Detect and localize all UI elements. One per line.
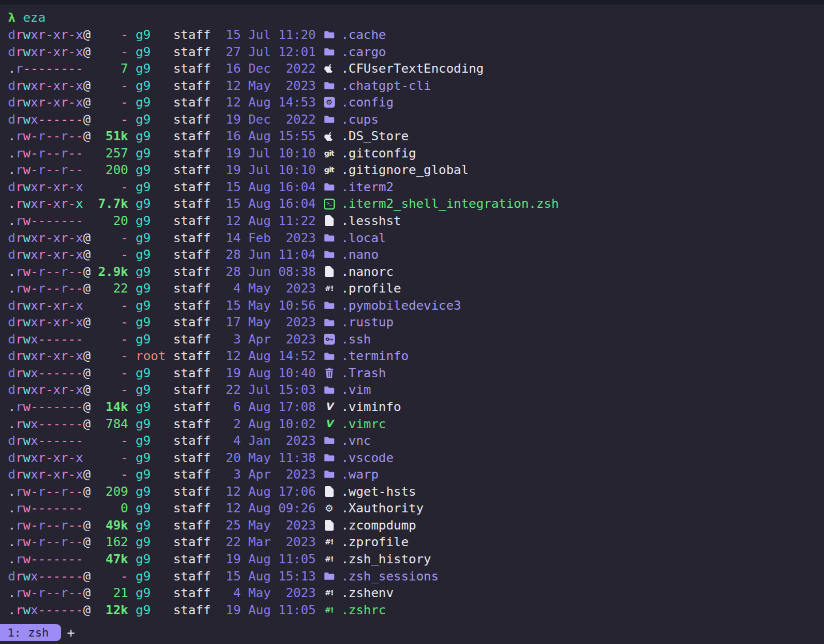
file-row: .r-------- 7g9staff16 Dec 2022.CFUserTex… [8, 60, 824, 77]
terminal-output: λ eza drwxr-xr-x@-g9staff15 Jul 11:20.ca… [0, 5, 824, 618]
plus-icon: + [67, 625, 75, 640]
file-owner: g9 [136, 416, 173, 433]
file-date: 28 Jun 11:04 [211, 246, 316, 263]
file-row: .rw------- 20g9staff12 Aug 11:22.lesshst [8, 212, 824, 230]
file-name: .gitignore_global [341, 161, 469, 179]
file-date: 3 Apr 2023 [211, 466, 316, 483]
file-size: - [90, 314, 128, 331]
permissions: .rw-r--r--@ [8, 517, 90, 534]
folder-icon [322, 179, 336, 196]
config-folder-icon: ⚙ [322, 94, 336, 111]
tab-zsh[interactable]: 1: zsh [0, 624, 61, 641]
window-top-edge [0, 0, 824, 5]
file-group: staff [173, 161, 211, 179]
file-group: staff [173, 568, 211, 585]
file-row: drwx------ -g9staff 4 Jan 2023.vnc [8, 432, 824, 449]
file-name: .vscode [341, 449, 394, 467]
file-name: .chatgpt-cli [341, 77, 431, 94]
file-row: .rw------- 47kg9staff19 Aug 11:05#!.zsh_… [8, 551, 824, 568]
file-group: staff [173, 534, 211, 551]
file-date: 12 Aug 09:26 [211, 500, 316, 517]
folder-icon [322, 297, 336, 314]
file-owner: g9 [136, 246, 173, 263]
folder-icon [322, 449, 336, 467]
file-size: 14k [90, 398, 128, 416]
file-name: .Xauthority [341, 500, 423, 517]
file-owner: g9 [136, 381, 173, 398]
permissions: drwxr-xr-x@ [8, 314, 90, 331]
folder-icon [322, 314, 336, 331]
file-owner: g9 [136, 26, 173, 44]
permissions: .rw------- [8, 551, 90, 568]
file-date: 19 Jul 10:10 [211, 145, 316, 162]
file-size: 51k [90, 128, 128, 145]
gear-icon: ⚙ [322, 500, 336, 517]
file-date: 15 Aug 15:13 [211, 568, 316, 585]
file-row: drwxr-xr-x@-g9staff12 Aug 14:53⚙.config [8, 94, 824, 111]
file-size: 784 [90, 416, 128, 433]
file-group: staff [173, 280, 211, 297]
file-owner: g9 [136, 331, 173, 348]
file-owner: g9 [136, 195, 173, 212]
apple-icon [322, 60, 336, 77]
file-size: 162 [90, 534, 128, 551]
permissions: drwxr-xr-x [8, 297, 90, 314]
folder-icon [322, 44, 336, 61]
file-group: staff [173, 44, 211, 61]
file-date: 19 Dec 2022 [211, 111, 316, 128]
file-size: - [90, 111, 128, 128]
vim-icon: V [322, 398, 336, 416]
file-group: staff [173, 584, 211, 602]
file-group: staff [173, 416, 211, 433]
file-owner: g9 [136, 534, 173, 551]
file-row: drwxr-xr-x@-g9staff14 Feb 2023.local [8, 230, 824, 247]
file-name: .cargo [341, 44, 386, 61]
file-name: .iterm2_shell_integration.zsh [341, 195, 559, 212]
file-icon [322, 517, 336, 534]
file-group: staff [173, 331, 211, 348]
file-size: 0 [90, 500, 128, 517]
file-row: drwxr-xr-x@-g9staff27 Jul 12:01.cargo [8, 44, 824, 61]
file-size: - [90, 365, 128, 382]
file-owner: g9 [136, 432, 173, 449]
file-group: staff [173, 179, 211, 196]
file-name: .config [341, 94, 394, 111]
file-owner: g9 [136, 500, 173, 517]
permissions: drwx------ [8, 432, 90, 449]
file-date: 12 Aug 14:53 [211, 94, 316, 111]
permissions: drwxr-xr-x@ [8, 77, 90, 94]
terminal-icon: >_ [322, 195, 336, 212]
permissions: .rwx------@ [8, 602, 90, 619]
file-group: staff [173, 111, 211, 128]
file-row: .rw-r--r-- 200g9staff19 Jul 10:10git.git… [8, 161, 824, 179]
file-date: 19 Aug 10:40 [211, 365, 316, 382]
file-size: - [90, 381, 128, 398]
file-date: 16 Dec 2022 [211, 60, 316, 77]
folder-icon [322, 246, 336, 263]
file-date: 19 Jul 10:10 [211, 161, 316, 179]
file-date: 15 Aug 16:04 [211, 195, 316, 212]
file-owner: g9 [136, 179, 173, 196]
file-owner: g9 [136, 584, 173, 602]
file-row: drwxr-xr-x@-g9staff15 Jul 11:20.cache [8, 26, 824, 44]
file-group: staff [173, 398, 211, 416]
file-row: drwx------ -g9staff 3 Apr 2023.ssh [8, 331, 824, 348]
file-name: .iterm2 [341, 179, 394, 196]
permissions: drwxr-xr-x@ [8, 246, 90, 263]
file-size: - [90, 432, 128, 449]
file-name: .cache [341, 26, 386, 44]
shebang-icon: #! [322, 534, 336, 551]
file-row: .rw------- 0g9staff12 Aug 09:26⚙.Xauthor… [8, 500, 824, 517]
file-row: .rwx------@12kg9staff19 Aug 11:05#!.zshr… [8, 602, 824, 619]
file-owner: g9 [136, 161, 173, 179]
file-size: - [90, 44, 128, 61]
permissions: drwxr-xr-x@ [8, 230, 90, 247]
file-row: .rw-r--r--@162g9staff22 Mar 2023#!.zprof… [8, 534, 824, 551]
file-icon [322, 483, 336, 500]
file-group: staff [173, 365, 211, 382]
file-name: .zcompdump [341, 517, 416, 534]
permissions: .rw-r--r--@ [8, 263, 90, 280]
new-tab-button[interactable]: + [67, 624, 75, 641]
permissions: .rw-r--r--@ [8, 280, 90, 297]
folder-icon [322, 26, 336, 44]
